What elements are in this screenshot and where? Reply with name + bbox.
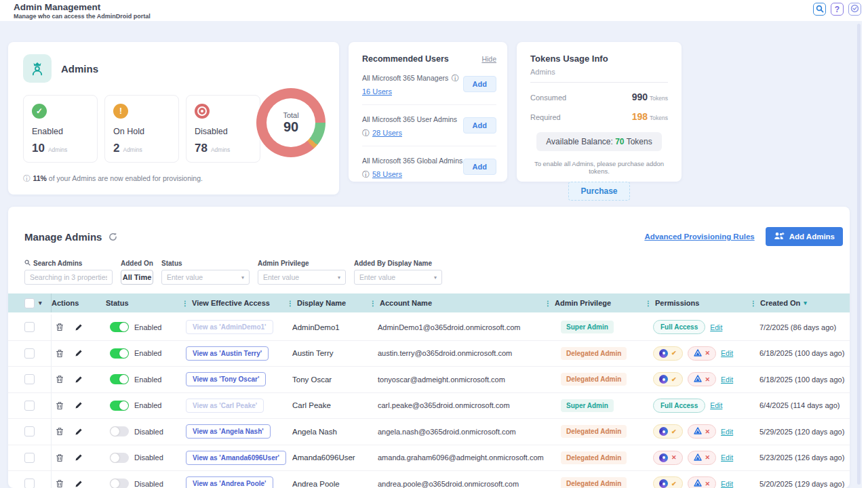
- delete-icon[interactable]: [56, 401, 64, 410]
- added-on-filter: Added On All Time: [121, 260, 153, 285]
- column-menu-icon[interactable]: ⋮: [182, 300, 189, 307]
- edit-pencil-icon[interactable]: [75, 375, 83, 384]
- column-permissions[interactable]: ⋮Permissions: [645, 293, 750, 312]
- full-access-badge: Full Access: [653, 320, 705, 334]
- status-select[interactable]: Enter value ▾: [161, 270, 250, 285]
- status-toggle[interactable]: [110, 426, 129, 436]
- admin-privilege-select[interactable]: Enter value ▾: [258, 270, 346, 285]
- view-as-button[interactable]: View as 'Andrea Poole': [186, 476, 273, 488]
- manage-admins-card: Manage Admins Advanced Provisioning Rule…: [8, 207, 850, 488]
- edit-pencil-icon[interactable]: [75, 428, 83, 436]
- view-as-button[interactable]: View as 'Tony Oscar': [186, 372, 266, 386]
- row-checkbox[interactable]: [24, 322, 35, 332]
- refresh-icon[interactable]: [108, 232, 117, 241]
- account-name: amanda.graham6096@admeight.onmicrosoft.c…: [378, 453, 544, 462]
- column-admin-privilege[interactable]: ⋮Admin Privilege: [545, 293, 645, 312]
- row-checkbox[interactable]: [24, 401, 35, 411]
- delete-icon[interactable]: [56, 323, 64, 331]
- column-display-name[interactable]: ⋮Display Name: [287, 293, 370, 312]
- microsoft365-icon: [659, 453, 668, 462]
- users-count-link[interactable]: 28 Users: [372, 129, 402, 137]
- hide-link[interactable]: Hide: [481, 55, 496, 63]
- status-toggle[interactable]: [110, 374, 129, 384]
- row-checkbox[interactable]: [24, 374, 35, 384]
- global-search-button[interactable]: [813, 3, 826, 16]
- row-checkbox[interactable]: [24, 479, 35, 488]
- edit-pencil-icon[interactable]: [75, 349, 83, 357]
- edit-pencil-icon[interactable]: [75, 453, 83, 462]
- view-as-button[interactable]: View as 'Austin Terry': [186, 346, 269, 361]
- table-row: Enabled View as 'AdminDemo1' AdminDemo1 …: [8, 314, 850, 341]
- users-count-link[interactable]: 58 Users: [372, 170, 402, 178]
- recommended-item-global-admins: All Microsoft 365 Global Admins ⓘ 58 Use…: [362, 146, 496, 187]
- column-menu-icon[interactable]: ⋮: [287, 300, 294, 307]
- required-label: Required: [530, 113, 561, 121]
- edit-permissions-link[interactable]: Edit: [721, 428, 733, 436]
- entra-triangle-icon: [694, 375, 702, 384]
- column-menu-icon[interactable]: ⋮: [750, 300, 757, 307]
- edit-pencil-icon[interactable]: [75, 323, 83, 331]
- users-count-link[interactable]: 16 Users: [362, 87, 392, 96]
- help-button[interactable]: ?: [831, 3, 844, 16]
- select-menu-caret-icon[interactable]: ▾: [39, 300, 42, 306]
- status-label: Enabled: [134, 375, 161, 384]
- view-as-button[interactable]: View as 'AdminDemo1': [186, 320, 273, 334]
- edit-permissions-link[interactable]: Edit: [721, 349, 733, 357]
- column-view-effective-access[interactable]: ⋮View Effective Access: [182, 293, 287, 312]
- edit-permissions-link[interactable]: Edit: [710, 401, 722, 409]
- sort-desc-icon[interactable]: ▾: [804, 300, 807, 306]
- column-created-on[interactable]: ⋮Created On▾: [750, 293, 850, 312]
- status-toggle[interactable]: [110, 453, 129, 463]
- edit-pencil-icon[interactable]: [75, 480, 83, 488]
- search-admins-input[interactable]: [24, 270, 113, 285]
- row-checkbox[interactable]: [24, 453, 35, 463]
- whats-new-button[interactable]: [848, 3, 861, 16]
- view-as-button[interactable]: View as 'Carl Peake': [186, 399, 264, 413]
- edit-permissions-link[interactable]: Edit: [721, 480, 733, 488]
- add-managers-button[interactable]: Add: [463, 76, 496, 92]
- select-all-checkbox[interactable]: [24, 298, 35, 308]
- column-menu-icon[interactable]: ⋮: [370, 300, 376, 307]
- delete-icon[interactable]: [56, 375, 64, 384]
- delete-icon[interactable]: [56, 349, 64, 358]
- edit-permissions-link[interactable]: Edit: [710, 323, 722, 331]
- added-on-value-button[interactable]: All Time: [121, 270, 153, 285]
- search-icon: [816, 3, 824, 16]
- edit-pencil-icon[interactable]: [75, 401, 83, 409]
- status-toggle[interactable]: [110, 348, 129, 359]
- status-toggle[interactable]: [110, 479, 129, 488]
- add-user-admins-button[interactable]: Add: [463, 117, 496, 134]
- full-access-badge: Full Access: [653, 399, 705, 413]
- view-as-button[interactable]: View as 'Angela Nash': [186, 424, 271, 439]
- row-checkbox[interactable]: [24, 348, 35, 359]
- column-menu-icon[interactable]: ⋮: [545, 300, 551, 307]
- table-row: Disabled View as 'Amanda6096User' Amanda…: [8, 445, 850, 472]
- info-icon: ⓘ: [23, 174, 31, 182]
- status-toggle[interactable]: [110, 401, 129, 411]
- advanced-provisioning-rules-link[interactable]: Advanced Provisioning Rules: [644, 232, 754, 241]
- status-toggle[interactable]: [110, 322, 129, 332]
- account-name: tonyoscar@admeight.onmicrosoft.com: [378, 375, 505, 384]
- delete-icon[interactable]: [56, 453, 64, 462]
- edit-permissions-link[interactable]: Edit: [721, 375, 733, 384]
- row-checkbox[interactable]: [24, 426, 35, 436]
- created-on: 5/29/2025 (120 days ago): [760, 428, 844, 436]
- vertical-scrollbar[interactable]: [857, 24, 861, 485]
- column-menu-icon[interactable]: ⋮: [645, 300, 652, 307]
- delete-icon[interactable]: [56, 479, 64, 488]
- added-by-select[interactable]: Enter value ▾: [354, 270, 442, 285]
- add-admins-button[interactable]: Add Admins: [766, 227, 843, 246]
- added-by-filter: Added By Display Name Enter value ▾: [354, 260, 442, 285]
- delete-icon[interactable]: [56, 427, 64, 436]
- edit-permissions-link[interactable]: Edit: [721, 453, 733, 462]
- status-label: Enabled: [134, 323, 161, 331]
- recommended-users-title: Recommended Users: [362, 54, 449, 64]
- status-filter: Status Enter value ▾: [161, 260, 250, 285]
- table-row: Disabled View as 'Andrea Poole' Andrea P…: [8, 471, 850, 488]
- info-icon: ⓘ: [362, 129, 370, 137]
- add-global-admins-button[interactable]: Add: [463, 159, 496, 175]
- column-account-name[interactable]: ⋮Account Name: [370, 293, 545, 312]
- purchase-button[interactable]: Purchase: [568, 182, 629, 201]
- table-row: Enabled View as 'Carl Peake' Carl Peake …: [8, 393, 850, 420]
- view-as-button[interactable]: View as 'Amanda6096User': [186, 451, 286, 465]
